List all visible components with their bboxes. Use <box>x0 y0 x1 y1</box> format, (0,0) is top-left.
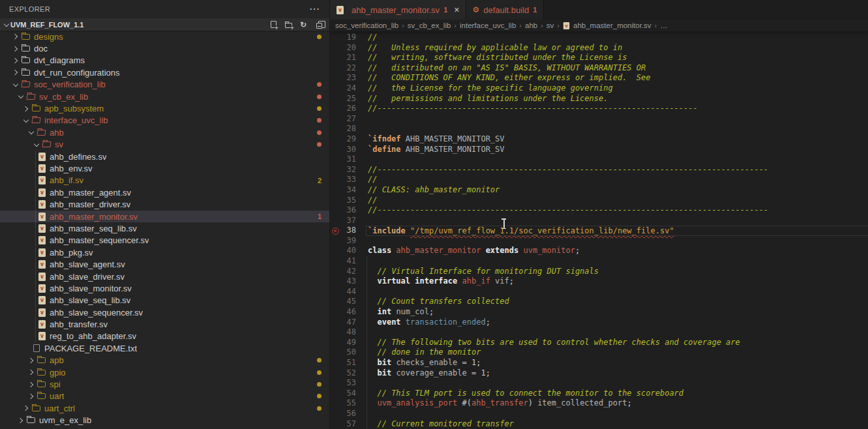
tree-item-spi[interactable]: spi <box>0 378 329 390</box>
breadcrumb[interactable]: soc_verification_lib›sv_cb_ex_lib›interf… <box>330 20 868 31</box>
line-number: 22 <box>340 63 356 74</box>
indent-guide <box>35 258 36 270</box>
tab-default-build[interactable]: ⚙default.build1 <box>466 0 544 20</box>
breadcrumb-segment[interactable]: interface_uvc_lib <box>460 22 516 29</box>
tree-item-dvt-run-configurations[interactable]: dvt_run_configurations <box>0 67 329 78</box>
gutter-spacer <box>330 246 340 256</box>
chevron-down-icon[interactable] <box>33 143 40 146</box>
tree-item-uart[interactable]: uart <box>0 391 329 402</box>
tree-item-label: sv <box>55 140 63 149</box>
tree-item-ahb-defines-sv[interactable]: ahb_defines.sv <box>0 151 329 162</box>
chevron-right-icon[interactable] <box>12 35 20 38</box>
gutter-spacer <box>330 348 340 358</box>
chevron-right-icon[interactable] <box>17 419 25 422</box>
tree-item-ahb-env-sv[interactable]: ahb_env.sv <box>0 162 329 174</box>
tree-item-ahb-pkg-sv[interactable]: ahb_pkg.sv <box>0 246 329 258</box>
explorer-more-actions-icon[interactable]: ··· <box>310 6 320 12</box>
chevron-right-icon[interactable] <box>12 70 20 74</box>
code-line-content <box>368 236 868 246</box>
tree-item-ahb-master-seq-lib-sv[interactable]: ahb_master_seq_lib.sv <box>0 222 329 234</box>
code-editor[interactable]: 19//20// Unless required by applicable l… <box>330 31 868 429</box>
new-folder-icon[interactable] <box>284 20 293 29</box>
tree-item-uart-ctrl[interactable]: uart_ctrl <box>0 402 329 414</box>
tree-item-ahb-master-agent-sv[interactable]: ahb_master_agent.sv <box>0 186 329 198</box>
tree-item-uvm-e-ex-lib[interactable]: uvm_e_ex_lib <box>0 415 329 426</box>
code-line-36: 36//------------------------------------… <box>330 205 868 216</box>
tree-item-ahb-slave-agent-sv[interactable]: ahb_slave_agent.sv <box>0 258 329 270</box>
collapse-folders-icon[interactable] <box>314 20 323 29</box>
tree-item-apb[interactable]: apb <box>0 355 329 366</box>
gutter-pad <box>356 83 368 94</box>
code-line-content: `define AHB_MASTER_MONITOR_SV <box>368 145 868 155</box>
chevron-down-icon[interactable] <box>22 119 30 122</box>
refresh-explorer-icon[interactable]: ↻ <box>299 20 308 29</box>
breadcrumb-file[interactable]: ahb_master_monitor.sv <box>573 22 651 29</box>
tree-item-ahb-master-driver-sv[interactable]: ahb_master_driver.sv <box>0 198 329 210</box>
code-line-26: 26//------------------------------------… <box>330 104 868 114</box>
chevron-right-icon[interactable] <box>22 406 30 410</box>
chevron-right-icon[interactable] <box>27 394 35 398</box>
tree-item-sv-cb-ex-lib[interactable]: sv_cb_ex_lib <box>0 91 329 102</box>
chevron-right-icon[interactable] <box>27 359 35 362</box>
chevron-right-icon[interactable] <box>22 107 30 111</box>
code-token: //--------------------------------------… <box>368 104 698 113</box>
chevron-down-icon[interactable] <box>27 131 35 134</box>
line-number: 25 <box>340 94 356 104</box>
breadcrumb-symbol-trail[interactable]: … <box>660 22 668 29</box>
code-line-49: 49 // The following two bits are used to… <box>330 338 868 348</box>
chevron-right-icon[interactable] <box>27 370 35 374</box>
tree-item-doc[interactable]: doc <box>0 42 329 54</box>
tree-item-dvt-diagrams[interactable]: dvt_diagrams <box>0 55 329 67</box>
tree-item-ahb-slave-seq-lib-sv[interactable]: ahb_slave_seq_lib.sv <box>0 295 329 306</box>
chevron-down-icon[interactable] <box>3 23 10 26</box>
tree-item-label: designs <box>34 32 63 42</box>
chevron-right-icon[interactable] <box>12 59 20 63</box>
code-token: ; <box>476 358 481 367</box>
line-number: 47 <box>340 318 356 328</box>
tree-item-label: ahb_master_seq_lib.sv <box>50 224 137 233</box>
tree-item-package-readme-txt[interactable]: PACKAGE_README.txt <box>0 342 329 354</box>
gutter-spacer <box>330 378 340 389</box>
tree-item-gpio[interactable]: gpio <box>0 366 329 378</box>
tree-item-ahb-master-monitor-sv[interactable]: ahb_master_monitor.sv1 <box>0 211 329 222</box>
breadcrumb-segment[interactable]: soc_verification_lib <box>335 22 398 29</box>
code-token: ; <box>486 368 490 377</box>
gutter-pad <box>356 185 368 196</box>
tree-item-ahb[interactable]: ahb <box>0 126 329 138</box>
code-line-content: `include "/tmp/uvm_ref_flow_1.1/soc_veri… <box>366 226 868 236</box>
breadcrumb-segment[interactable]: sv <box>546 22 554 29</box>
chevron-right-icon[interactable] <box>27 383 35 387</box>
line-number: 45 <box>340 297 356 307</box>
code-token: `ifndef <box>368 134 401 143</box>
breadcrumb-segment[interactable]: sv_cb_ex_lib <box>408 22 451 29</box>
tree-item-label: ahb_transfer.sv <box>50 319 108 329</box>
tree-item-designs[interactable]: designs <box>0 31 329 42</box>
tree-item-ahb-slave-sequencer-sv[interactable]: ahb_slave_sequencer.sv <box>0 306 329 318</box>
gutter-spacer <box>330 155 340 165</box>
tree-item-ahb-if-sv[interactable]: ahb_if.sv2 <box>0 175 329 186</box>
tree-item-ahb-slave-monitor-sv[interactable]: ahb_slave_monitor.sv <box>0 282 329 294</box>
tree-item-reg-to-ahb-adapter-sv[interactable]: reg_to_ahb_adapter.sv <box>0 331 329 342</box>
editor-group: ahb_master_monitor.sv1×⚙default.build1 s… <box>330 0 868 429</box>
workspace-section-header[interactable]: UVM_REF_FLOW_1.1 ↻ <box>0 18 329 31</box>
gutter-pad <box>356 155 368 165</box>
tree-item-sv[interactable]: sv <box>0 139 329 151</box>
systemverilog-file-icon <box>563 22 569 29</box>
breadcrumb-segment[interactable]: ahb <box>525 22 537 29</box>
tree-item-ahb-slave-driver-sv[interactable]: ahb_slave_driver.sv <box>0 271 329 282</box>
tab-ahb-master-monitor-sv[interactable]: ahb_master_monitor.sv1× <box>330 0 466 20</box>
tree-item-ahb-transfer-sv[interactable]: ahb_transfer.sv <box>0 318 329 330</box>
chevron-right-icon[interactable] <box>12 47 20 51</box>
code-token <box>401 134 406 143</box>
gutter-spacer <box>330 307 340 318</box>
tree-item-soc-verification-lib[interactable]: soc_verification_lib <box>0 79 329 91</box>
tree-item-apb-subsystem[interactable]: apb_subsystem <box>0 102 329 114</box>
tree-item-interface-uvc-lib[interactable]: interface_uvc_lib <box>0 115 329 126</box>
gutter-spacer <box>330 175 340 185</box>
new-file-icon[interactable] <box>269 20 278 29</box>
systemverilog-file-icon <box>38 260 46 269</box>
chevron-down-icon[interactable] <box>12 83 20 86</box>
chevron-down-icon[interactable] <box>17 95 25 98</box>
close-tab-icon[interactable]: × <box>454 5 459 15</box>
tree-item-ahb-master-sequencer-sv[interactable]: ahb_master_sequencer.sv <box>0 235 329 246</box>
